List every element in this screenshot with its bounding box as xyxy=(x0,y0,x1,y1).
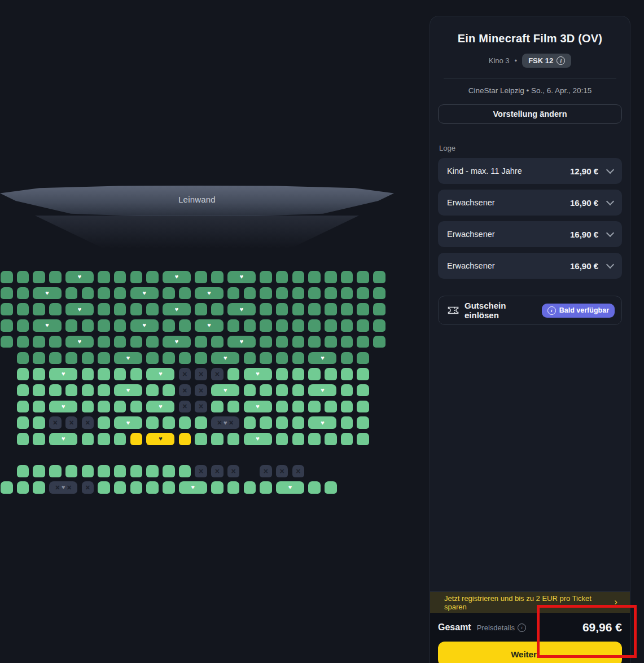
seat-available[interactable] xyxy=(114,336,126,348)
seat-available[interactable] xyxy=(65,319,78,332)
seat-available[interactable] xyxy=(357,352,369,365)
love-seat-available[interactable]: ♥ xyxy=(49,401,77,413)
seat-available[interactable] xyxy=(227,401,240,413)
seat-available[interactable] xyxy=(65,352,78,365)
seat-available[interactable] xyxy=(65,287,78,300)
seat-available[interactable] xyxy=(98,287,110,300)
seat-available[interactable] xyxy=(49,352,62,365)
seat-available[interactable] xyxy=(276,271,288,283)
seat-available[interactable] xyxy=(146,271,159,283)
seat-available[interactable] xyxy=(292,384,305,397)
seat-available[interactable] xyxy=(373,303,385,315)
seat-available[interactable] xyxy=(357,287,369,300)
seat-available[interactable] xyxy=(114,303,126,315)
seat-available[interactable] xyxy=(325,319,337,332)
seat-available[interactable] xyxy=(227,433,240,445)
love-seat-available[interactable]: ♥ xyxy=(227,271,256,283)
seat-available[interactable] xyxy=(163,287,175,300)
seat-available[interactable] xyxy=(33,416,45,429)
seat-available[interactable] xyxy=(146,416,159,429)
seat-available[interactable] xyxy=(17,352,29,365)
seat-available[interactable] xyxy=(17,271,29,283)
seat-available[interactable] xyxy=(114,401,126,413)
seat-available[interactable] xyxy=(227,287,240,300)
seat-available[interactable] xyxy=(308,303,321,315)
seat-available[interactable] xyxy=(195,433,207,445)
love-seat-available[interactable]: ♥ xyxy=(33,287,61,300)
seat-available[interactable] xyxy=(82,368,94,380)
seat-selected[interactable] xyxy=(130,433,143,445)
seat-available[interactable] xyxy=(292,352,305,365)
seat-available[interactable] xyxy=(373,271,385,283)
seat-available[interactable] xyxy=(49,465,62,477)
seat-available[interactable] xyxy=(308,319,321,332)
seat-available[interactable] xyxy=(33,384,45,397)
seat-available[interactable] xyxy=(292,336,305,348)
love-seat-available[interactable]: ♥ xyxy=(146,368,174,380)
seat-available[interactable] xyxy=(17,287,29,300)
love-seat-available[interactable]: ♥ xyxy=(130,287,159,300)
seat-available[interactable] xyxy=(98,303,110,315)
seat-available[interactable] xyxy=(227,481,240,494)
love-seat-available[interactable]: ♥ xyxy=(179,481,207,494)
seat-available[interactable] xyxy=(292,303,305,315)
seat-available[interactable] xyxy=(260,271,272,283)
seat-available[interactable] xyxy=(17,433,29,445)
love-seat-available[interactable]: ♥ xyxy=(65,336,94,348)
seat-available[interactable] xyxy=(163,319,175,332)
seat-available[interactable] xyxy=(130,368,143,380)
love-seat-available[interactable]: ♥ xyxy=(65,303,94,315)
seat-available[interactable] xyxy=(211,481,224,494)
seat-available[interactable] xyxy=(49,303,62,315)
seat-available[interactable] xyxy=(292,271,305,283)
seat-available[interactable] xyxy=(179,319,191,332)
seat-available[interactable] xyxy=(17,401,29,413)
seat-available[interactable] xyxy=(82,384,94,397)
seat-available[interactable] xyxy=(308,433,321,445)
seat-available[interactable] xyxy=(276,303,288,315)
love-seat-available[interactable]: ♥ xyxy=(227,336,256,348)
seat-available[interactable] xyxy=(82,319,94,332)
seat-available[interactable] xyxy=(163,465,175,477)
seat-available[interactable] xyxy=(260,352,272,365)
seat-available[interactable] xyxy=(179,465,191,477)
register-banner[interactable]: Jetzt registrieren und bis zu 2 EUR pro … xyxy=(430,591,630,613)
price-details-link[interactable]: Preisdetails i xyxy=(477,624,582,632)
rating-badge[interactable]: FSK 12 i xyxy=(522,54,571,68)
seat-available[interactable] xyxy=(17,481,29,494)
seat-available[interactable] xyxy=(1,481,13,494)
seat-available[interactable] xyxy=(341,433,353,445)
seat-available[interactable] xyxy=(1,319,13,332)
seat-available[interactable] xyxy=(82,465,94,477)
seat-selected[interactable] xyxy=(179,433,191,445)
love-seat-available[interactable]: ♥ xyxy=(146,401,174,413)
seat-available[interactable] xyxy=(33,401,45,413)
love-seat-available[interactable]: ♥ xyxy=(244,401,272,413)
seat-available[interactable] xyxy=(292,287,305,300)
seat-available[interactable] xyxy=(33,465,45,477)
love-seat-available[interactable]: ♥ xyxy=(227,303,256,315)
love-seat-available[interactable]: ♥ xyxy=(195,287,223,300)
seat-available[interactable] xyxy=(146,336,159,348)
seat-available[interactable] xyxy=(325,368,337,380)
seat-available[interactable] xyxy=(373,287,385,300)
love-seat-available[interactable]: ♥ xyxy=(308,384,336,397)
seat-available[interactable] xyxy=(341,287,353,300)
seat-available[interactable] xyxy=(341,303,353,315)
seat-available[interactable] xyxy=(49,384,62,397)
seat-available[interactable] xyxy=(325,271,337,283)
seat-available[interactable] xyxy=(357,368,369,380)
seat-available[interactable] xyxy=(341,319,353,332)
seat-available[interactable] xyxy=(276,416,288,429)
seat-available[interactable] xyxy=(244,481,256,494)
ticket-row-adult[interactable]: Erwachsener 16,90 € xyxy=(438,253,622,279)
love-seat-available[interactable]: ♥ xyxy=(244,433,272,445)
love-seat-available[interactable]: ♥ xyxy=(33,319,61,332)
seat-available[interactable] xyxy=(276,352,288,365)
seat-available[interactable] xyxy=(98,433,110,445)
seat-available[interactable] xyxy=(227,368,240,380)
seat-available[interactable] xyxy=(341,384,353,397)
love-seat-available[interactable]: ♥ xyxy=(130,319,159,332)
love-seat-available[interactable]: ♥ xyxy=(49,433,77,445)
seat-available[interactable] xyxy=(308,336,321,348)
